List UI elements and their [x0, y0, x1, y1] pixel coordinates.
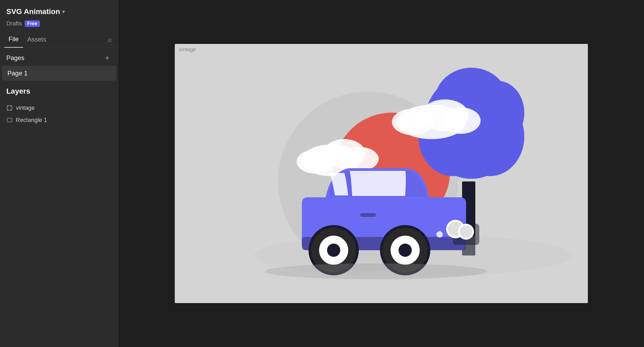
app-title: SVG Animation [6, 7, 60, 16]
tab-bar: File Assets ⌕ [0, 31, 118, 48]
layers-label: Layers [6, 87, 30, 95]
layer-item-vintage[interactable]: vintage [0, 102, 118, 114]
svg-point-38 [327, 244, 340, 257]
svg-rect-9 [7, 118, 12, 122]
svg-point-44 [265, 263, 487, 279]
layers-section: Layers [0, 81, 118, 99]
subtitle-row: Drafts Free [0, 19, 118, 31]
svg-point-17 [471, 81, 524, 144]
svg-point-42 [399, 244, 412, 257]
layer-item-rectangle[interactable]: Rectangle 1 [0, 114, 118, 126]
layers-list: vintage Rectangle 1 [0, 102, 118, 126]
svg-point-21 [342, 147, 379, 171]
pages-section: Pages + [0, 48, 118, 66]
pages-label: Pages [6, 54, 24, 62]
drafts-label: Drafts [6, 20, 22, 27]
svg-point-24 [392, 109, 434, 135]
main-canvas: vintage [118, 0, 644, 347]
svg-rect-34 [360, 213, 376, 217]
free-badge: Free [25, 20, 40, 27]
chevron-down-icon: ▾ [62, 8, 65, 15]
canvas-frame: vintage [175, 44, 588, 303]
page1-item[interactable]: Page 1 [2, 66, 116, 81]
add-page-button[interactable]: + [102, 53, 112, 63]
canvas-frame-label: vintage [179, 47, 196, 53]
app-header: SVG Animation ▾ [0, 0, 118, 19]
svg-rect-0 [7, 106, 12, 110]
svg-point-43 [436, 231, 443, 238]
svg-point-25 [441, 107, 481, 134]
search-icon[interactable]: ⌕ [106, 33, 114, 46]
tab-assets[interactable]: Assets [23, 31, 51, 47]
illustration [175, 44, 588, 303]
svg-point-20 [297, 150, 334, 174]
svg-point-33 [460, 225, 472, 238]
rect-icon [6, 117, 13, 123]
frame-icon [6, 105, 13, 111]
tab-file[interactable]: File [4, 31, 23, 48]
layer-name-vintage: vintage [16, 104, 35, 111]
layer-name-rectangle: Rectangle 1 [16, 117, 47, 124]
sidebar: SVG Animation ▾ Drafts Free File Assets … [0, 0, 118, 347]
